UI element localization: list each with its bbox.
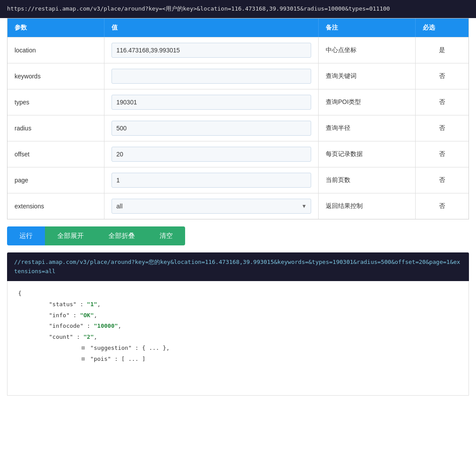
pois-expand-icon[interactable]: ⊞ bbox=[80, 354, 87, 365]
param-offset-name: offset bbox=[7, 141, 104, 167]
table-row: types 查询POI类型 否 bbox=[7, 89, 469, 115]
param-extensions-select[interactable]: all base bbox=[112, 199, 311, 214]
param-offset-input[interactable] bbox=[112, 147, 311, 162]
table-row: keywords 查询关键词 否 bbox=[7, 63, 469, 89]
param-radius-input[interactable] bbox=[112, 121, 311, 136]
collapse-all-button[interactable]: 全部折叠 bbox=[96, 226, 147, 245]
param-radius-value-cell bbox=[104, 115, 319, 141]
param-types-required: 否 bbox=[416, 89, 469, 115]
table-row: offset 每页记录数据 否 bbox=[7, 141, 469, 167]
col-header-note: 备注 bbox=[319, 19, 416, 37]
param-extensions-note: 返回结果控制 bbox=[319, 193, 416, 219]
param-location-input[interactable] bbox=[112, 43, 311, 58]
param-page-note: 当前页数 bbox=[319, 167, 416, 193]
param-keywords-input[interactable] bbox=[112, 69, 311, 84]
param-radius-required: 否 bbox=[416, 115, 469, 141]
param-offset-note: 每页记录数据 bbox=[319, 141, 416, 167]
table-row: extensions all base ▼ 返回结果控制 否 bbox=[7, 193, 469, 219]
json-open-brace: { bbox=[18, 288, 458, 299]
json-info-line: "info" : "OK", bbox=[49, 310, 458, 321]
col-header-value: 值 bbox=[104, 19, 319, 37]
json-output: { "status" : "1", "info" : "OK", "infoco… bbox=[7, 281, 469, 396]
result-url-bar: //restapi.amap.com/v3/place/around?key=您… bbox=[7, 252, 469, 282]
param-extensions-required: 否 bbox=[416, 193, 469, 219]
table-header: 参数 值 备注 必选 bbox=[7, 19, 469, 37]
param-extensions-value-cell: all base ▼ bbox=[104, 193, 319, 219]
param-page-value-cell bbox=[104, 167, 319, 193]
col-header-param: 参数 bbox=[7, 19, 104, 37]
clear-button[interactable]: 清空 bbox=[147, 226, 185, 245]
json-status-line: "status" : "1", bbox=[49, 299, 458, 310]
param-offset-value-cell bbox=[104, 141, 319, 167]
param-location-name: location bbox=[7, 37, 104, 63]
suggestion-expand-icon[interactable]: ⊞ bbox=[80, 343, 87, 354]
run-button[interactable]: 运行 bbox=[7, 226, 45, 245]
param-location-note: 中心点坐标 bbox=[319, 37, 416, 63]
button-bar: 运行 全部展开 全部折叠 清空 bbox=[7, 226, 469, 245]
param-page-name: page bbox=[7, 167, 104, 193]
expand-all-button[interactable]: 全部展开 bbox=[45, 226, 96, 245]
param-keywords-required: 否 bbox=[416, 63, 469, 89]
json-infocode-line: "infocode" : "10000", bbox=[49, 321, 458, 332]
top-url-bar: https://restapi.amap.com/v3/place/around… bbox=[0, 0, 476, 18]
param-page-input[interactable] bbox=[112, 173, 311, 188]
json-pois-line: ⊞ "pois" : [ ... ] bbox=[80, 354, 458, 365]
param-location-required: 是 bbox=[416, 37, 469, 63]
json-count-line: "count" : "2", bbox=[49, 332, 458, 343]
extensions-select-wrapper: all base ▼ bbox=[112, 199, 311, 214]
param-keywords-note: 查询关键词 bbox=[319, 63, 416, 89]
param-types-value-cell bbox=[104, 89, 319, 115]
param-location-value-cell bbox=[104, 37, 319, 63]
table-row: page 当前页数 否 bbox=[7, 167, 469, 193]
param-extensions-name: extensions bbox=[7, 193, 104, 219]
param-types-name: types bbox=[7, 89, 104, 115]
param-keywords-name: keywords bbox=[7, 63, 104, 89]
param-types-input[interactable] bbox=[112, 95, 311, 110]
param-radius-note: 查询半径 bbox=[319, 115, 416, 141]
col-header-required: 必选 bbox=[416, 19, 469, 37]
json-suggestion-line: ⊞ "suggestion" : { ... }, bbox=[80, 343, 458, 354]
param-radius-name: radius bbox=[7, 115, 104, 141]
table-row: location 中心点坐标 是 bbox=[7, 37, 469, 63]
params-table: 参数 值 备注 必选 location 中心点坐标 是 keywords 查询关… bbox=[7, 18, 469, 219]
param-keywords-value-cell bbox=[104, 63, 319, 89]
param-offset-required: 否 bbox=[416, 141, 469, 167]
table-row: radius 查询半径 否 bbox=[7, 115, 469, 141]
param-types-note: 查询POI类型 bbox=[319, 89, 416, 115]
param-page-required: 否 bbox=[416, 167, 469, 193]
